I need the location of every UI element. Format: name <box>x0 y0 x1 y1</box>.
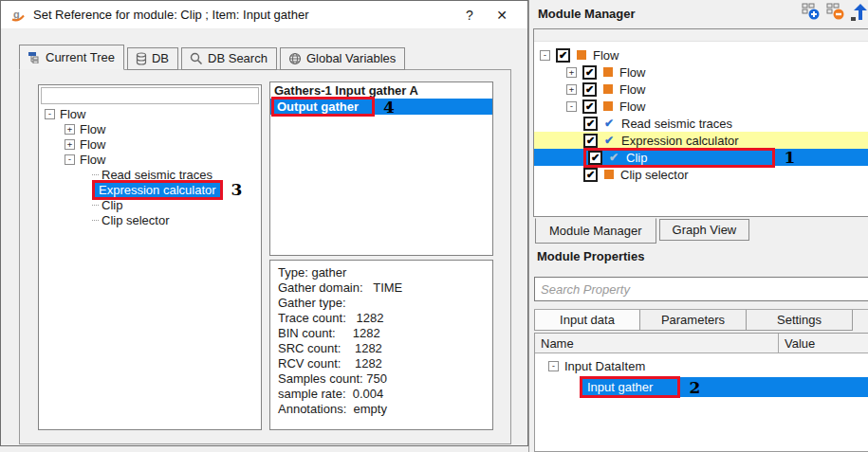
tree-row-clip-selector[interactable]: Clip selector <box>39 212 261 227</box>
tree-connector <box>92 220 99 221</box>
tab-label: Current Tree <box>46 50 115 64</box>
module-properties-title: Module Properties <box>537 249 644 263</box>
annotation-box-3: Expression calculator <box>92 180 223 200</box>
module-tree-header <box>534 29 868 42</box>
module-row-flow-1[interactable]: + ✔ Flow <box>534 63 868 81</box>
checkbox-checked[interactable]: ✔ <box>583 117 598 131</box>
annotation-number: 3 <box>231 183 243 196</box>
module-row-label[interactable]: Read seismic traces <box>621 117 732 131</box>
expander-icon[interactable]: - <box>540 50 550 61</box>
annotation-box-1: ✔ ✔ Clip <box>583 148 775 168</box>
current-tree-tab-page: - Flow + Flow + Flow - Flow Read seis <box>19 69 511 444</box>
tree-icon <box>28 51 41 63</box>
module-row-flow-root[interactable]: - ✔ Flow <box>534 46 868 63</box>
tree-row-flow-3[interactable]: - Flow <box>39 152 261 167</box>
module-row-clip[interactable]: ✔ ✔ Clip 1 <box>534 149 868 166</box>
tree-row-label[interactable]: Flow <box>80 153 105 167</box>
expander-icon[interactable]: - <box>65 154 75 165</box>
list-row-label[interactable]: Output gather <box>274 99 372 114</box>
tab-db-search[interactable]: DB Search <box>181 47 277 70</box>
checkbox-checked[interactable]: ✔ <box>583 168 598 182</box>
annotation-number: 2 <box>689 381 700 394</box>
module-row-read-seismic-traces[interactable]: ✔ ✔ Read seismic traces <box>534 115 868 132</box>
info-line: Gather domain: TIME <box>278 280 485 296</box>
tab-module-manager[interactable]: Module Manager <box>535 218 656 244</box>
tree-row-label[interactable]: Flow <box>80 122 105 136</box>
help-button[interactable]: ? <box>453 8 486 23</box>
property-row-label[interactable]: Input gather <box>582 379 677 395</box>
tab-db[interactable]: DB <box>127 47 178 70</box>
property-row-input-dataitem[interactable]: - Input DataItem <box>535 357 868 375</box>
close-button[interactable]: ✕ <box>486 8 518 23</box>
search-property-input[interactable] <box>534 277 868 301</box>
tree-row-label[interactable]: Flow <box>60 107 85 121</box>
enabled-check-icon: ✔ <box>604 135 617 146</box>
module-row-clip-selector[interactable]: ✔ Clip selector <box>534 166 868 183</box>
tree-row-label-selected[interactable]: Expression calculator <box>95 183 220 197</box>
module-row-label[interactable]: Flow <box>593 48 619 63</box>
checkbox-checked[interactable]: ✔ <box>582 82 597 97</box>
checkbox-checked[interactable]: ✔ <box>588 151 602 165</box>
expander-icon[interactable]: - <box>548 361 559 371</box>
tab-settings[interactable]: Settings <box>747 310 853 331</box>
expander-icon[interactable]: + <box>65 124 75 135</box>
module-row-flow-3[interactable]: - ✔ Flow <box>534 98 868 115</box>
expander-icon[interactable]: - <box>45 109 55 119</box>
tree-connector <box>92 174 99 175</box>
annotation-number: 1 <box>784 151 795 164</box>
property-row-label[interactable]: Input DataItem <box>564 359 645 373</box>
checkbox-checked[interactable]: ✔ <box>556 48 570 63</box>
expander-icon[interactable]: + <box>566 67 577 78</box>
module-manager-toolbar <box>802 3 868 21</box>
tab-global-variables[interactable]: Global Variables <box>280 47 405 70</box>
tab-input-data[interactable]: Input data <box>534 310 640 331</box>
list-row-output-gather[interactable]: Output gather 4 <box>270 99 492 115</box>
module-row-expression-calculator[interactable]: ✔ ✔ Expression calculator <box>534 132 868 149</box>
tree-row-flow-1[interactable]: + Flow <box>39 121 261 136</box>
remove-module-icon[interactable] <box>826 3 845 21</box>
tree-row-label[interactable]: Flow <box>80 137 105 152</box>
checkbox-checked[interactable]: ✔ <box>582 65 597 80</box>
set-reference-dialog: g Set Reference for module: Clip ; Item:… <box>0 0 528 446</box>
column-header-name[interactable]: Name <box>535 334 779 353</box>
expander-icon[interactable]: + <box>566 84 577 95</box>
flow-tree-panel: - Flow + Flow + Flow - Flow Read seis <box>38 84 262 430</box>
module-row-label[interactable]: Expression calculator <box>621 134 739 148</box>
dialog-titlebar[interactable]: g Set Reference for module: Clip ; Item:… <box>1 1 527 29</box>
checkbox-checked[interactable]: ✔ <box>583 134 598 148</box>
tree-row-label[interactable]: Clip selector <box>102 213 170 227</box>
module-row-label[interactable]: Flow <box>619 65 645 80</box>
module-row-label[interactable]: Clip <box>626 151 770 165</box>
tree-row-expression-calculator[interactable]: Expression calculator 3 <box>39 182 261 197</box>
tab-graph-view[interactable]: Graph View <box>659 219 750 241</box>
module-row-label[interactable]: Clip selector <box>620 168 689 182</box>
column-header-value[interactable]: Value <box>779 334 868 353</box>
gather-info-panel: Type: gather Gather domain: TIME Gather … <box>269 260 493 430</box>
tree-row-label[interactable]: Clip <box>102 198 122 212</box>
globe-icon <box>288 52 302 65</box>
module-row-flow-2[interactable]: + ✔ Flow <box>534 81 868 98</box>
module-row-label[interactable]: Flow <box>619 82 645 97</box>
expander-icon[interactable]: + <box>65 139 75 150</box>
move-up-icon[interactable] <box>851 3 868 21</box>
flow-module-icon <box>603 67 613 77</box>
module-manager-panel: Module Manager <box>528 0 868 452</box>
tab-parameters[interactable]: Parameters <box>640 310 747 331</box>
tree-row-flow-2[interactable]: + Flow <box>39 136 261 152</box>
annotation-number: 4 <box>383 100 395 114</box>
checkbox-checked[interactable]: ✔ <box>582 99 597 114</box>
add-module-icon[interactable] <box>802 3 821 21</box>
tab-current-tree[interactable]: Current Tree <box>19 45 124 70</box>
properties-tab-bar: Input data Parameters Settings <box>534 309 868 331</box>
module-row-label[interactable]: Flow <box>619 99 645 114</box>
tree-row-flow-root[interactable]: - Flow <box>39 106 261 121</box>
tab-label: DB <box>152 51 169 65</box>
properties-table-header: Name Value <box>535 334 868 353</box>
info-line: sample rate: 0.004 <box>278 387 485 402</box>
expander-icon[interactable]: - <box>566 101 577 112</box>
enabled-check-icon: ✔ <box>609 152 621 163</box>
view-tab-bar: Module Manager Graph View <box>535 219 749 244</box>
property-row-input-gather[interactable]: Input gather 2 <box>580 377 868 397</box>
tab-label: DB Search <box>208 51 268 65</box>
app-logo-icon: g <box>10 8 26 23</box>
